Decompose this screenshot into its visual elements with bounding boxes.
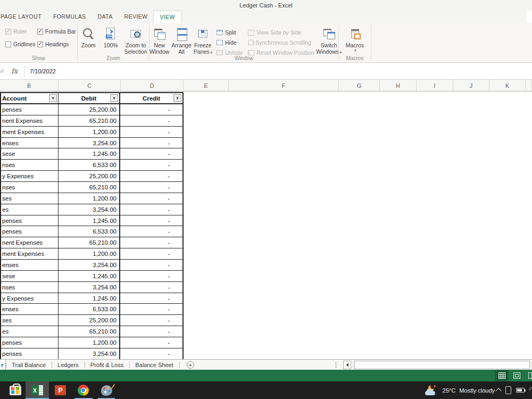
tab-strip-grip-icon[interactable] [335,362,337,369]
credit-cell[interactable]: - [120,260,182,270]
column-header-k[interactable]: K [489,80,526,91]
sheet-tab-trail-balance[interactable]: Trail Balance [6,360,52,370]
enter-check-icon[interactable]: ✓ [0,67,7,75]
credit-cell[interactable]: - [120,271,182,281]
checkbox-gridlines[interactable]: Gridlines [5,41,37,47]
credit-cell[interactable]: - [120,148,182,159]
credit-cell[interactable]: - [120,104,182,115]
column-header-f[interactable]: F [229,80,339,91]
account-cell[interactable]: ses [1,315,59,326]
debit-cell[interactable]: 3,254.00 [59,204,120,215]
account-cell[interactable]: enses [1,260,59,270]
ribbon-tab-data[interactable]: DATA [92,11,119,23]
header-cell-debit[interactable]: Debit ▾ [59,93,120,103]
debit-cell[interactable]: 3,254.00 [59,260,120,270]
debit-cell[interactable]: 1,200.00 [59,337,120,348]
checkbox-ruler[interactable]: Ruler [5,28,37,35]
column-header[interactable] [526,80,532,91]
ribbon-tab-review[interactable]: REVIEW [119,11,154,23]
debit-cell[interactable]: 1,245.00 [59,148,120,159]
sheet-tab-active-partial[interactable]: r [0,360,6,370]
account-cell[interactable]: enses [1,304,59,314]
column-header-c[interactable]: C [59,80,121,91]
credit-cell[interactable]: - [120,248,182,259]
debit-cell[interactable]: 25,200.00 [59,315,120,326]
new-sheet-button[interactable]: + [179,360,194,370]
column-header-g[interactable]: G [339,80,380,91]
credit-cell[interactable]: - [120,293,182,304]
credit-cell[interactable]: - [120,160,182,170]
phone-icon[interactable] [505,386,511,394]
page-break-view-button[interactable] [525,370,532,381]
column-header-b[interactable]: B [0,80,59,91]
chevron-up-icon[interactable] [495,388,501,394]
account-cell[interactable]: nses [1,282,59,293]
header-cell-account[interactable]: Account ▾ [1,93,59,103]
debit-cell[interactable]: 1,200.00 [59,193,120,204]
account-cell[interactable]: nent Expenses [1,237,59,248]
insert-function-icon[interactable]: fx [11,67,23,75]
column-header-h[interactable]: H [380,80,417,91]
debit-cell[interactable]: 65,210.00 [59,182,120,193]
header-cell-credit[interactable]: Credit ▾ [120,93,182,103]
credit-cell[interactable]: - [120,337,182,348]
scroll-left-button[interactable] [343,361,351,369]
debit-cell[interactable]: 25,200.00 [59,171,120,181]
account-cell[interactable]: penses [1,337,59,348]
horizontal-scrollbar-thumb[interactable] [354,361,530,369]
account-cell[interactable]: ment Expenses [1,248,59,259]
ribbon-tab-formulas[interactable]: FORMULAS [47,11,92,23]
filter-dropdown-icon[interactable]: ▾ [49,94,57,102]
credit-cell[interactable]: - [120,127,182,137]
credit-cell[interactable]: - [120,215,182,226]
credit-cell[interactable]: - [120,182,182,193]
sheet-tab-profit-loss[interactable]: Profit & Loss [85,360,129,370]
account-cell[interactable]: ment Expenses [1,127,59,137]
credit-cell[interactable]: - [120,115,182,126]
battery-icon[interactable] [516,388,525,393]
debit-cell[interactable]: 1,245.00 [59,215,120,226]
debit-cell[interactable]: 25,200.00 [59,104,120,115]
account-cell[interactable]: nent Expenses [1,115,59,126]
split-button[interactable]: Split [217,29,243,36]
column-header-i[interactable]: I [417,80,453,91]
debit-cell[interactable]: 6,533.00 [59,160,120,170]
account-cell[interactable]: penses [1,226,59,237]
ribbon-tab-view[interactable]: VIEW [153,11,181,23]
worksheet-area[interactable]: Account ▾ Debit ▾ Credit ▾ penses 25,200… [0,92,532,359]
account-cell[interactable]: ses [1,193,59,204]
credit-cell[interactable]: - [120,315,182,326]
credit-cell[interactable]: - [120,193,182,204]
account-cell[interactable]: sese [1,148,59,159]
normal-view-button[interactable] [495,370,509,381]
filter-dropdown-icon[interactable]: ▾ [110,94,118,102]
credit-cell[interactable]: - [120,326,182,337]
synchronous-scrolling-button[interactable]: Synchronous Scrolling [248,39,314,46]
account-cell[interactable]: es [1,204,59,215]
column-header-j[interactable]: J [453,80,489,91]
debit-cell[interactable]: 65,210.00 [59,326,120,337]
sheet-tab-ledgers[interactable]: Ledgers [52,360,85,370]
credit-cell[interactable]: - [120,282,182,293]
credit-cell[interactable]: - [120,226,182,237]
debit-cell[interactable]: 1,200.00 [59,127,120,137]
account-cell[interactable]: penses [1,215,59,226]
taskbar-microsoft-store-button[interactable] [7,381,23,399]
credit-cell[interactable]: - [120,204,182,215]
horizontal-scrollbar[interactable] [352,361,532,369]
formula-bar-value[interactable]: 7/10/2022 [27,68,56,74]
debit-cell[interactable]: 1,245.00 [59,293,120,304]
credit-cell[interactable]: - [120,304,182,314]
debit-cell[interactable]: 1,200.00 [59,248,120,259]
account-cell[interactable]: sese [1,271,59,281]
credit-cell[interactable]: - [120,138,182,148]
checkbox-formula-bar[interactable]: Formula Bar [37,28,80,35]
account-cell[interactable]: es [1,326,59,337]
filter-dropdown-icon[interactable]: ▾ [173,94,181,102]
account-cell[interactable]: nses [1,182,59,193]
account-cell[interactable]: penses [1,348,59,360]
debit-cell[interactable]: 3,254.00 [59,348,120,360]
column-header-d[interactable]: D [121,80,184,91]
taskbar-paint-button[interactable] [95,381,118,399]
wifi-icon[interactable] [528,385,532,396]
